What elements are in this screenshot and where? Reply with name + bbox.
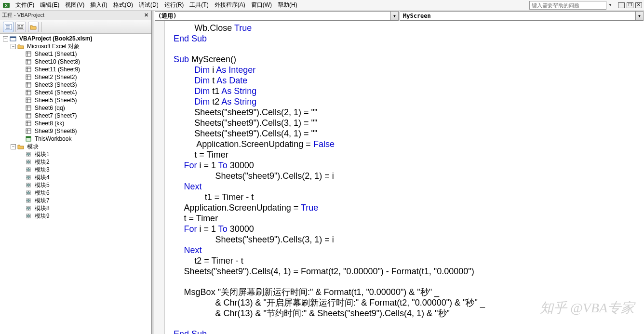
project-tree[interactable]: −VBAProject (Book25.xlsm)−Microsoft Exce… (0, 34, 151, 334)
object-dropdown[interactable]: (通用) ▼ (155, 11, 399, 21)
tree-item[interactable]: 模块9 (1, 212, 150, 220)
menu-6[interactable]: 运行(R) (161, 0, 187, 9)
help-dropdown-icon[interactable]: ▼ (608, 3, 612, 7)
tree-label: Microsoft Excel 对象 (26, 42, 80, 50)
sheet-icon (25, 89, 32, 96)
svg-rect-18 (26, 67, 31, 72)
proj-icon (9, 35, 17, 42)
minimize-button[interactable]: _ (618, 2, 625, 8)
sheet-icon (25, 74, 32, 80)
menu-5[interactable]: 调试(D) (136, 0, 161, 9)
tree-label: 模块 (26, 143, 40, 150)
tree-label: 模块2 (34, 158, 51, 166)
menu-3[interactable]: 插入(I) (87, 0, 110, 9)
tree-item[interactable]: 模块3 (1, 166, 150, 174)
mod-icon (25, 182, 32, 188)
menu-9[interactable]: 窗口(W) (248, 0, 275, 9)
tree-item[interactable]: Sheet6 (qq) (1, 104, 150, 112)
tree-label: 模块8 (34, 204, 51, 212)
menu-1[interactable]: 编辑(E) (37, 0, 62, 9)
help-search-input[interactable] (529, 1, 606, 10)
tree-item[interactable]: 模块5 (1, 181, 150, 189)
panel-close-button[interactable]: ✕ (143, 12, 149, 19)
expand-icon[interactable]: − (3, 36, 8, 41)
sheet-icon (25, 51, 32, 57)
mod-icon (25, 197, 32, 204)
tree-item[interactable]: Sheet2 (Sheet2) (1, 73, 150, 81)
tree-label: Sheet5 (Sheet5) (34, 96, 78, 104)
menu-10[interactable]: 帮助(H) (275, 0, 300, 9)
tree-label: 模块5 (34, 181, 51, 189)
tree-label: Sheet10 (Sheet8) (34, 58, 81, 66)
sheet-icon (25, 105, 32, 111)
svg-rect-24 (26, 82, 31, 87)
close-button[interactable]: ✕ (635, 2, 642, 8)
tree-label: 模块4 (34, 174, 51, 181)
svg-rect-27 (26, 90, 31, 95)
tree-item[interactable]: 模块8 (1, 204, 150, 212)
menu-8[interactable]: 外接程序(A) (212, 0, 248, 9)
sheet-icon (25, 81, 32, 88)
wb-icon (25, 135, 32, 142)
project-explorer-panel: 工程 - VBAProject ✕ −VBAProject (Book25.xl… (0, 11, 152, 334)
dropdown-arrow-icon[interactable]: ▼ (635, 12, 643, 20)
sheet-icon (25, 97, 32, 104)
tree-label: VBAProject (Book25.xlsm) (18, 35, 93, 42)
tree-item[interactable]: ThisWorkbook (1, 135, 150, 143)
tree-item[interactable]: Sheet5 (Sheet5) (1, 96, 150, 104)
mod-icon (25, 213, 32, 219)
expand-icon[interactable]: − (11, 144, 16, 149)
view-code-button[interactable] (3, 22, 13, 32)
folder-icon (17, 43, 25, 50)
tree-item[interactable]: Sheet10 (Sheet8) (1, 58, 150, 66)
sheet-icon (25, 66, 32, 73)
tree-item[interactable]: Sheet9 (Sheet6) (1, 127, 150, 135)
tree-item[interactable]: Sheet7 (Sheet7) (1, 112, 150, 120)
tree-label: Sheet3 (Sheet3) (34, 81, 78, 89)
tree-item[interactable]: 模块1 (1, 150, 150, 158)
mod-icon (25, 205, 32, 212)
tree-item[interactable]: Sheet1 (Sheet1) (1, 50, 150, 58)
svg-rect-39 (26, 121, 31, 126)
view-object-button[interactable] (15, 22, 26, 32)
tree-item[interactable]: −模块 (1, 143, 150, 150)
tree-item[interactable]: 模块2 (1, 158, 150, 166)
menu-4[interactable]: 格式(O) (110, 0, 136, 9)
tree-item[interactable]: Sheet8 (kk) (1, 120, 150, 127)
tree-item[interactable]: −VBAProject (Book25.xlsm) (1, 35, 150, 42)
mod-icon (25, 174, 32, 181)
tree-label: Sheet9 (Sheet6) (34, 127, 78, 135)
menu-0[interactable]: 文件(F) (13, 0, 37, 9)
svg-rect-21 (26, 75, 31, 80)
menu-2[interactable]: 视图(V) (62, 0, 87, 9)
dropdown-arrow-icon[interactable]: ▼ (390, 12, 398, 20)
tree-item[interactable]: 模块6 (1, 189, 150, 197)
tree-label: 模块3 (34, 166, 51, 174)
panel-title-text: 工程 - VBAProject (2, 12, 44, 19)
svg-rect-12 (26, 52, 31, 56)
mod-icon (25, 166, 32, 173)
tree-item[interactable]: Sheet11 (Sheet9) (1, 66, 150, 73)
svg-rect-46 (26, 136, 31, 138)
tree-item[interactable]: Sheet3 (Sheet3) (1, 81, 150, 89)
expand-icon[interactable]: − (11, 44, 16, 49)
tree-item[interactable]: −Microsoft Excel 对象 (1, 42, 150, 50)
tree-item[interactable]: Sheet4 (Sheet4) (1, 89, 150, 96)
toolbar-divider (41, 22, 42, 32)
tree-label: Sheet1 (Sheet1) (34, 50, 78, 58)
restore-button[interactable]: ❐ (627, 2, 633, 8)
sheet-icon (25, 112, 32, 119)
procedure-dropdown[interactable]: MyScreen ▼ (400, 11, 644, 21)
tree-label: Sheet11 (Sheet9) (34, 66, 81, 73)
code-margin (154, 21, 165, 334)
svg-rect-15 (26, 59, 31, 64)
tree-label: 模块7 (34, 197, 51, 204)
panel-titlebar: 工程 - VBAProject ✕ (0, 11, 151, 20)
code-editor[interactable]: Wb.Close True End Sub Sub MyScreen() Dim… (154, 21, 644, 334)
tree-item[interactable]: 模块7 (1, 197, 150, 204)
toggle-folders-button[interactable] (28, 22, 39, 32)
menu-7[interactable]: 工具(T) (187, 0, 211, 9)
tree-item[interactable]: 模块4 (1, 174, 150, 181)
menu-bar: X 文件(F)编辑(E)视图(V)插入(I)格式(O)调试(D)运行(R)工具(… (0, 0, 644, 11)
tree-label: Sheet6 (qq) (34, 104, 66, 112)
